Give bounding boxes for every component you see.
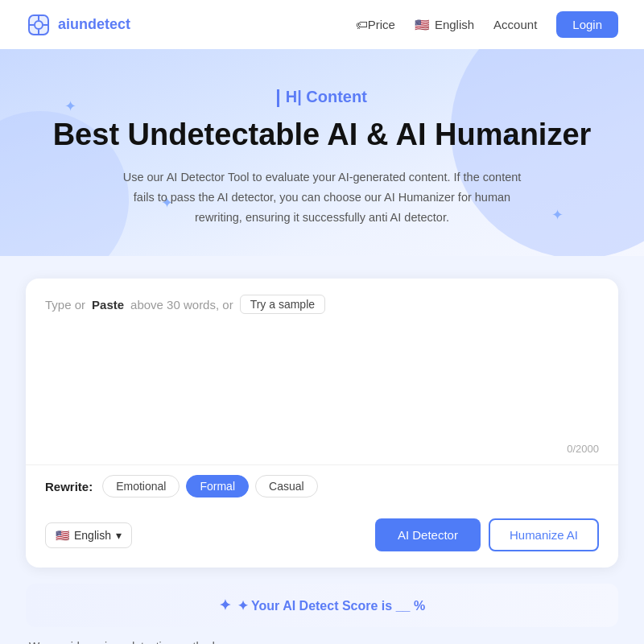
score-section: ✦ ✦ Your AI Detect Score is __ % — [26, 584, 618, 627]
login-button[interactable]: Login — [556, 11, 618, 38]
try-sample-button[interactable]: Try a sample — [240, 295, 325, 314]
hero-title: Best Undetectable AI & AI Humanizer — [26, 117, 618, 154]
textarea-wrapper: Type or Paste above 30 words, or Try a s… — [26, 279, 618, 464]
hero-badge: H| Content — [26, 88, 618, 107]
nav-right: 🏷Price 🇺🇸 English Account Login — [356, 11, 618, 38]
ai-detector-button[interactable]: AI Detector — [375, 518, 481, 551]
detection-section: We provide various detection methods: TU… — [26, 640, 618, 644]
logo[interactable]: aiundetect — [26, 12, 130, 38]
type-or-label: Type or — [45, 298, 85, 312]
rewrite-row: Rewrite: Emotional Formal Casual — [26, 464, 618, 507]
hero-badge-text: H| Content — [286, 88, 367, 105]
rewrite-formal[interactable]: Formal — [186, 475, 249, 497]
hero-section: ✦ ✦ ✦ ✦ H| Content Best Undetectable AI … — [0, 49, 644, 256]
navbar: aiundetect 🏷Price 🇺🇸 English Account Log… — [0, 0, 644, 49]
char-count: 0/2000 — [45, 436, 599, 464]
rewrite-emotional[interactable]: Emotional — [102, 475, 180, 497]
sparkle-4: ✦ — [551, 206, 564, 224]
lang-select-label: English — [74, 529, 111, 542]
score-icon: ✦ — [219, 597, 231, 614]
cursor-icon — [277, 89, 279, 107]
chevron-down-icon: ▾ — [116, 529, 122, 542]
main-text-input[interactable] — [45, 320, 599, 433]
hero-description: Use our AI Detector Tool to evaluate you… — [113, 167, 531, 227]
score-text: ✦ Your AI Detect Score is __ % — [237, 598, 425, 613]
logo-text: aiundetect — [58, 16, 130, 33]
score-title: ✦ ✦ Your AI Detect Score is __ % — [42, 597, 602, 614]
textarea-top: Type or Paste above 30 words, or Try a s… — [45, 295, 599, 314]
nav-price[interactable]: 🏷Price — [356, 18, 395, 31]
language-selector[interactable]: 🇺🇸 English ▾ — [45, 522, 132, 548]
rewrite-label: Rewrite: — [45, 480, 93, 493]
paste-button[interactable]: Paste — [92, 298, 124, 312]
above-words-label: above 30 words, or — [130, 298, 233, 312]
humanize-ai-button[interactable]: Humanize AI — [489, 518, 599, 551]
rewrite-casual[interactable]: Casual — [255, 475, 318, 497]
actions-row: 🇺🇸 English ▾ AI Detector Humanize AI — [26, 507, 618, 568]
nav-account[interactable]: Account — [493, 18, 537, 31]
action-buttons: AI Detector Humanize AI — [375, 518, 599, 551]
main-editor-card: Type or Paste above 30 words, or Try a s… — [26, 279, 618, 568]
rewrite-options: Emotional Formal Casual — [102, 475, 317, 497]
detection-label: We provide various detection methods: — [29, 640, 615, 644]
nav-language[interactable]: 🇺🇸 English — [415, 18, 474, 32]
flag-icon: 🇺🇸 — [415, 18, 430, 32]
flag-icon-select: 🇺🇸 — [56, 529, 69, 542]
nav-lang-label: English — [435, 18, 474, 31]
